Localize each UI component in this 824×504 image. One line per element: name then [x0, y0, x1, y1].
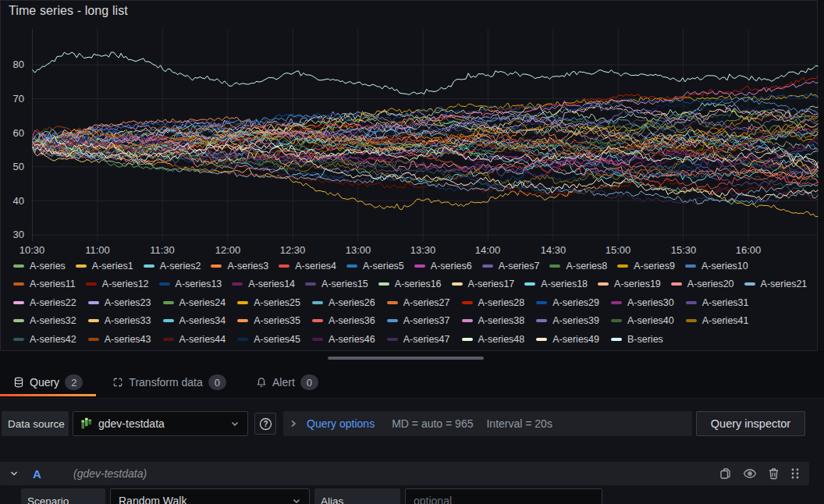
svg-text:10:30: 10:30: [20, 244, 45, 255]
svg-text:60: 60: [13, 127, 24, 139]
svg-text:11:00: 11:00: [85, 244, 110, 255]
svg-text:70: 70: [13, 93, 24, 105]
svg-text:13:30: 13:30: [410, 244, 436, 255]
svg-text:?: ?: [263, 420, 268, 428]
svg-text:40: 40: [13, 195, 24, 207]
svg-text:15:30: 15:30: [671, 244, 697, 255]
svg-text:14:30: 14:30: [541, 244, 566, 255]
svg-text:13:00: 13:00: [346, 244, 371, 255]
svg-text:12:30: 12:30: [280, 244, 306, 255]
svg-text:15:00: 15:00: [606, 244, 631, 255]
svg-text:16:00: 16:00: [736, 244, 762, 255]
svg-text:11:30: 11:30: [150, 244, 175, 255]
svg-text:14:00: 14:00: [475, 244, 501, 255]
svg-text:80: 80: [13, 59, 24, 70]
svg-text:30: 30: [13, 229, 24, 240]
svg-text:50: 50: [13, 161, 24, 172]
svg-text:12:00: 12:00: [215, 244, 241, 255]
